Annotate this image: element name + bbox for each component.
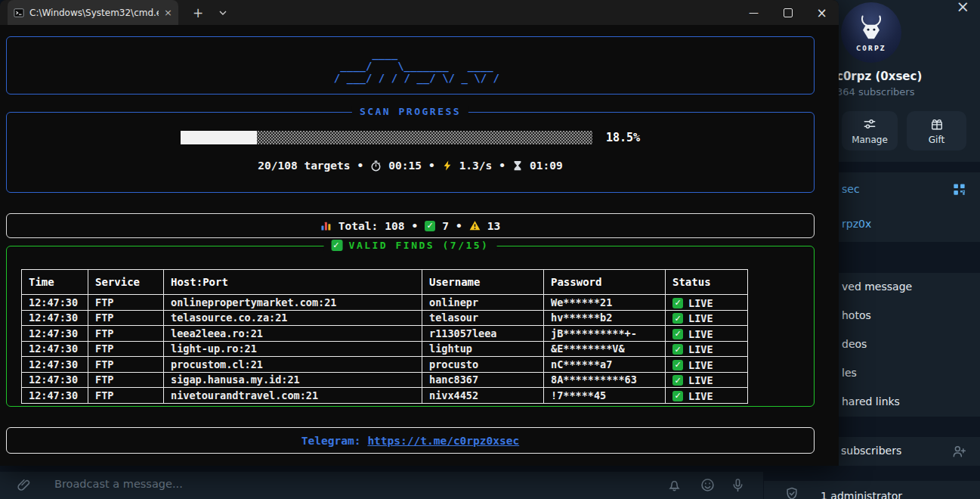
message-input[interactable]: Broadcast a message... [54, 478, 183, 490]
totals-count: 108 [385, 220, 404, 232]
microphone-icon[interactable] [730, 477, 746, 493]
sidebar-item-label: deos [842, 338, 867, 350]
close-panel-icon[interactable]: × [956, 0, 969, 15]
cell-password: hv******b2 [544, 310, 666, 326]
attach-icon[interactable] [17, 477, 32, 493]
manage-button[interactable]: Manage [842, 111, 898, 150]
goat-logo-icon [855, 13, 887, 45]
section-separator [764, 466, 980, 481]
cell-time: 12:47:30 [22, 357, 88, 373]
add-subscriber-icon[interactable] [951, 444, 966, 459]
terminal-tab[interactable]: C:\Windows\System32\cmd.e × [8, 0, 178, 25]
minimize-button[interactable]: — [737, 0, 771, 25]
check-icon: ✓ [672, 344, 683, 355]
telegram-footer-box: Telegram: https://t.me/c0rpz0xsec [6, 427, 815, 454]
table-row: 12:47:30 FTP procustom.cl:21 procusto nC… [22, 357, 748, 373]
live-status-label: LIVE [688, 390, 713, 402]
finds-table: Time Service Host:Port Username Password… [21, 269, 748, 404]
sidebar-item-label: hared links [842, 395, 900, 408]
cell-time: 12:47:30 [22, 372, 88, 388]
col-username: Username [422, 270, 544, 295]
col-host-port: Host:Port [164, 270, 422, 295]
cell-status: ✓ LIVE [666, 341, 748, 357]
close-button[interactable]: × [805, 0, 839, 25]
check-icon: ✓ [672, 360, 683, 370]
live-status-label: LIVE [688, 359, 713, 371]
cell-password: jB**********+- [544, 326, 666, 342]
qr-code-icon[interactable] [952, 182, 966, 197]
tab-dropdown-chevron-icon[interactable] [213, 0, 233, 25]
table-row: 12:47:30 FTP telasource.co.za:21 telasou… [22, 310, 748, 326]
terminal-titlebar: C:\Windows\System32\cmd.e × + — × [0, 0, 839, 25]
col-service: Service [88, 270, 164, 295]
cell-username: hanc8367 [422, 372, 544, 388]
totals-label: Total: [339, 220, 378, 232]
table-header-row: Time Service Host:Port Username Password… [22, 270, 748, 295]
ascii-banner: ____ ____/ \_______ ____ / ___/ / / / __… [321, 48, 499, 84]
stopwatch-icon [370, 160, 382, 172]
cell-time: 12:47:30 [22, 310, 88, 326]
manage-button-label: Manage [852, 135, 888, 145]
new-tab-button[interactable]: + [187, 0, 209, 25]
cell-username: nivx4452 [422, 388, 544, 404]
cell-status: ✓ LIVE [666, 388, 748, 404]
cell-password: We******21 [544, 295, 666, 311]
cell-service: FTP [88, 310, 164, 326]
valid-count: 7 [442, 220, 449, 232]
cell-password: 8A**********63 [544, 372, 666, 388]
valid-finds-title-text: VALID FINDS (7/15) [349, 240, 490, 251]
cell-host-port: procustom.cl:21 [164, 357, 422, 373]
cell-username: r113057leea [422, 326, 544, 342]
lightning-icon [442, 160, 453, 171]
sliders-icon [862, 116, 877, 132]
tab-close-icon[interactable]: × [164, 8, 172, 17]
cell-service: FTP [88, 341, 164, 357]
table-row: 12:47:30 FTP onlinepropertymarket.com:21… [22, 295, 748, 311]
live-status-label: LIVE [688, 312, 713, 324]
subscriber-count: 364 subscribers [836, 86, 914, 98]
cell-status: ✓ LIVE [666, 310, 748, 326]
cell-host-port: sigap.hanusa.my.id:21 [164, 372, 422, 388]
live-status-label: LIVE [688, 297, 713, 309]
live-status-label: LIVE [688, 343, 713, 355]
scan-rate: 1.3/s [459, 160, 493, 172]
maximize-button[interactable] [771, 0, 805, 25]
cell-host-port: onlinepropertymarket.com:21 [164, 295, 422, 311]
progress-fill [181, 131, 257, 144]
live-status-label: LIVE [688, 328, 713, 340]
col-time: Time [22, 270, 88, 295]
cell-host-port: nivetourandtravel.com:21 [164, 388, 422, 404]
col-status: Status [666, 270, 748, 295]
gift-button[interactable]: Gift [907, 111, 966, 150]
check-icon: ✓ [672, 298, 683, 308]
scan-progress-box: SCAN PROGRESS 18.5% 20/108 targets • 00:… [6, 112, 815, 193]
channel-link-text: sec [842, 183, 860, 195]
cell-host-port: light-up.ro:21 [164, 341, 422, 357]
cmd-icon [14, 8, 24, 18]
channel-avatar[interactable]: C0RPZ [841, 2, 901, 63]
administrators-row[interactable]: 1 administrator [764, 484, 980, 499]
telegram-url: https://t.me/c0rpz0xsec [367, 435, 519, 447]
warning-icon [469, 220, 481, 231]
check-icon: ✓ [672, 375, 683, 386]
avatar-logo-text: C0RPZ [856, 45, 886, 52]
elapsed-time: 00:15 [388, 160, 422, 172]
valid-finds-box: ✓ VALID FINDS (7/15) Time Service Host:P… [6, 246, 815, 407]
channel-username-text: rpz0x [842, 218, 871, 230]
bar-chart-icon [320, 220, 332, 231]
mute-bell-icon[interactable] [666, 477, 682, 493]
targets-count: 20/108 targets [258, 160, 350, 172]
cell-status: ✓ LIVE [666, 295, 748, 311]
cell-time: 12:47:30 [22, 295, 88, 311]
cell-username: onlinepr [422, 295, 544, 311]
emoji-icon[interactable] [700, 477, 716, 493]
totals-box: Total: 108 • ✓ 7 • 13 [6, 213, 815, 238]
progress-bar [181, 131, 592, 144]
cell-password: &E********V& [544, 341, 666, 357]
check-icon: ✓ [672, 329, 683, 339]
cell-service: FTP [88, 357, 164, 373]
scan-stats-line: 20/108 targets • 00:15 • 1.3/s • 01:09 [7, 160, 814, 172]
ascii-banner-box: ____ ____/ \_______ ____ / ___/ / / / __… [6, 36, 815, 95]
tab-title: C:\Windows\System32\cmd.e [29, 8, 159, 18]
table-row: 12:47:30 FTP light-up.ro:21 lightup &E**… [22, 341, 748, 357]
